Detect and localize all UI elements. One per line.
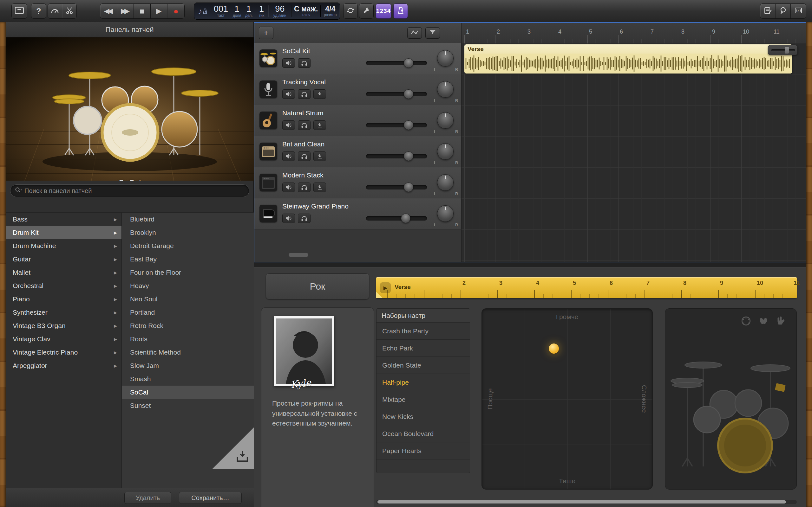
loop-browser-button[interactable]	[775, 4, 791, 18]
patch-item[interactable]: Sunset	[122, 399, 254, 412]
drummer-photo[interactable]: Kyle	[274, 316, 334, 386]
pan-knob[interactable]	[437, 50, 454, 66]
tuner-button[interactable]	[359, 3, 374, 19]
patch-item[interactable]: Portland	[122, 306, 254, 319]
patch-item[interactable]: Heavy	[122, 279, 254, 292]
category-item[interactable]: Mallet▶	[6, 266, 121, 279]
rewind-button[interactable]: ◀◀	[100, 4, 117, 18]
drum-kit-pieces-panel[interactable]	[665, 308, 797, 490]
timeline-grid[interactable]: Verse	[461, 43, 806, 262]
patch-item[interactable]: Scientific Method	[122, 346, 254, 359]
mute-button[interactable]	[282, 58, 295, 68]
category-item[interactable]: Vintage B3 Organ▶	[6, 319, 121, 332]
volume-slider[interactable]	[366, 216, 427, 221]
mute-button[interactable]	[282, 152, 295, 161]
track-header-scrollbar[interactable]	[289, 253, 308, 257]
solo-button[interactable]	[298, 214, 310, 223]
shaker-icon[interactable]	[758, 316, 768, 328]
volume-slider[interactable]	[366, 185, 427, 189]
smart-controls-button[interactable]	[48, 4, 62, 18]
category-item[interactable]: Guitar▶	[6, 252, 121, 266]
solo-button[interactable]	[298, 182, 310, 192]
category-item[interactable]: Bass▶	[6, 213, 121, 226]
input-button[interactable]	[313, 152, 326, 161]
preset-item[interactable]: New Kicks	[376, 408, 470, 425]
preset-item[interactable]: Crash the Party	[376, 323, 470, 340]
patch-item[interactable]: Retro Rock	[122, 319, 254, 332]
volume-knob[interactable]	[404, 89, 413, 99]
region-verse[interactable]: Verse	[464, 44, 792, 73]
track-header-row[interactable]: Steinway Grand PianoLR	[254, 199, 461, 229]
preset-item[interactable]: Echo Park	[376, 340, 470, 357]
patch-item[interactable]: Detroit Garage	[122, 239, 254, 252]
category-item[interactable]: Vintage Electric Piano▶	[6, 346, 121, 359]
volume-slider[interactable]	[366, 61, 427, 65]
record-button[interactable]: ●	[167, 4, 184, 18]
track-header-row[interactable]: Tracking VocalLR	[254, 74, 461, 105]
lcd-beat-field[interactable]: 1 доля	[231, 3, 243, 19]
track-header-row[interactable]: Modern StackLR	[254, 167, 461, 199]
save-patch-button[interactable]: Сохранить…	[179, 492, 242, 504]
track-header-row[interactable]: SoCal KitLR	[254, 43, 461, 74]
cycle-button[interactable]	[343, 3, 358, 19]
pan-knob[interactable]	[437, 143, 454, 160]
drummer-horizontal-scrollbar[interactable]	[376, 500, 797, 504]
handclap-icon[interactable]	[775, 316, 786, 328]
scrollbar-thumb[interactable]	[377, 500, 786, 504]
pan-knob[interactable]	[437, 112, 454, 129]
volume-knob[interactable]	[404, 120, 413, 130]
volume-knob[interactable]	[404, 58, 413, 68]
playhead-marker[interactable]	[376, 292, 383, 298]
solo-button[interactable]	[298, 152, 310, 161]
lcd-tempo-field[interactable]: 96 уд./мин	[268, 3, 291, 19]
editor-button[interactable]	[62, 4, 77, 18]
timeline-ruler[interactable]: 1234567891011	[461, 23, 806, 43]
patch-item[interactable]: SoCal	[122, 386, 254, 399]
preset-item[interactable]: Mixtape	[376, 391, 470, 408]
forward-button[interactable]: ▶▶	[117, 4, 134, 18]
patch-search-field[interactable]	[10, 184, 249, 197]
tambourine-icon[interactable]	[741, 316, 751, 328]
mute-button[interactable]	[282, 182, 295, 192]
lcd-bar-field[interactable]: 001 такт	[211, 3, 231, 19]
stop-button[interactable]: ■	[134, 4, 151, 18]
patch-item[interactable]: Roots	[122, 332, 254, 346]
volume-slider[interactable]	[366, 154, 427, 158]
preset-item[interactable]: Golden State	[376, 357, 470, 374]
track-header-row[interactable]: Natural StrumLR	[254, 105, 461, 136]
count-in-button[interactable]: 1234	[375, 3, 392, 19]
patch-item[interactable]: Bluebird	[122, 213, 254, 226]
play-button[interactable]: ▶	[151, 4, 167, 18]
note-metronome-icon[interactable]: ♪	[194, 6, 211, 16]
category-item[interactable]: Piano▶	[6, 292, 121, 306]
patch-item[interactable]: Slow Jam	[122, 359, 254, 372]
lcd-division-field[interactable]: 1 дел.	[243, 3, 255, 19]
complexity-loudness-pad[interactable]: Громче Тише Проще Сложнее	[481, 308, 653, 490]
mute-button[interactable]	[282, 120, 295, 130]
note-pad-button[interactable]	[760, 4, 775, 18]
volume-slider[interactable]	[366, 92, 427, 96]
preset-item[interactable]: Paper Hearts	[376, 442, 470, 459]
search-input[interactable]	[24, 187, 245, 194]
lcd-time-signature-field[interactable]: 4/4 размер	[321, 3, 340, 19]
mute-button[interactable]	[282, 214, 295, 223]
mute-button[interactable]	[282, 89, 295, 99]
delete-patch-button[interactable]: Удалить	[124, 492, 171, 504]
volume-knob[interactable]	[404, 152, 413, 161]
zoom-slider[interactable]	[768, 45, 798, 55]
category-item[interactable]: Arpeggiator▶	[6, 359, 121, 372]
patch-item[interactable]: East Bay	[122, 252, 254, 266]
category-item[interactable]: Drum Machine▶	[6, 239, 121, 252]
solo-button[interactable]	[298, 89, 310, 99]
volume-slider[interactable]	[366, 123, 427, 127]
volume-knob[interactable]	[401, 214, 410, 223]
category-item[interactable]: Synthesizer▶	[6, 306, 121, 319]
input-button[interactable]	[313, 89, 326, 99]
preset-item[interactable]: Half-pipe	[376, 374, 470, 391]
input-button[interactable]	[313, 120, 326, 130]
patch-item[interactable]: Four on the Floor	[122, 266, 254, 279]
add-track-button[interactable]: +	[259, 26, 273, 39]
category-item[interactable]: Drum Kit▶	[6, 226, 121, 239]
library-button[interactable]	[11, 3, 27, 19]
volume-knob[interactable]	[404, 182, 413, 192]
